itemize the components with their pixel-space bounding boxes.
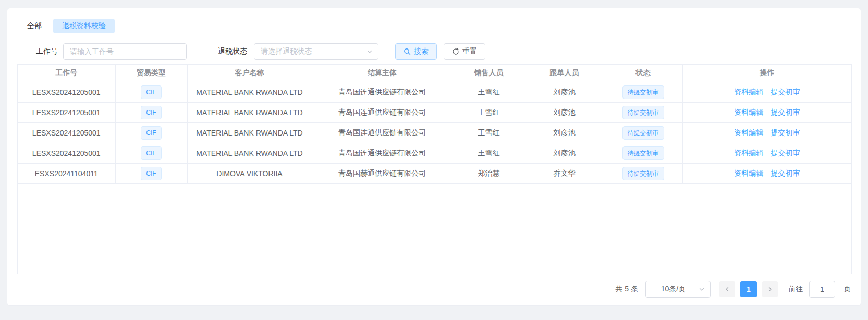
column-header: 工作号 [18, 65, 115, 82]
content-panel: 全部 退税资料校验 工作号 退税状态 请选择退税状态 搜索 重置 [7, 8, 861, 306]
sales-person-cell: 王雪红 [453, 82, 525, 102]
column-header: 客户名称 [187, 65, 312, 82]
prev-page-button[interactable] [719, 281, 735, 297]
filter-bar: 工作号 退税状态 请选择退税状态 搜索 重置 [36, 43, 485, 60]
edit-data-link[interactable]: 资料编辑 [734, 169, 763, 177]
status-cell: 待提交初审 [604, 82, 682, 102]
refund-status-label: 退税状态 [218, 47, 247, 56]
refund-status-select[interactable]: 请选择退税状态 [254, 43, 378, 60]
job-number-cell: LESXS20241205001 [18, 82, 115, 102]
trade-type-cell: CIF [115, 163, 187, 183]
edit-data-link[interactable]: 资料编辑 [734, 128, 763, 137]
settlement-entity-cell: 青岛国连通供应链有限公司 [312, 122, 453, 143]
edit-data-link[interactable]: 资料编辑 [734, 88, 763, 96]
edit-data-link[interactable]: 资料编辑 [734, 149, 763, 157]
column-header: 贸易类型 [115, 65, 187, 82]
edit-data-link[interactable]: 资料编辑 [734, 108, 763, 116]
job-number-input[interactable] [63, 43, 187, 60]
submit-review-link[interactable]: 提交初审 [771, 149, 800, 157]
chevron-down-icon [699, 286, 705, 292]
follow-up-person-cell: 刘彦池 [525, 143, 604, 163]
status-cell: 待提交初审 [604, 163, 682, 183]
status-badge: 待提交初审 [622, 126, 664, 140]
table-header-row: 工作号贸易类型客户名称结算主体销售人员跟单人员状态操作 [18, 65, 851, 82]
submit-review-link[interactable]: 提交初审 [771, 169, 800, 177]
settlement-entity-cell: 青岛国连通供应链有限公司 [312, 82, 453, 102]
page-size-select[interactable]: 10条/页 [645, 281, 711, 298]
pagination: 共 5 条 10条/页 1 前往 页 [615, 281, 851, 298]
submit-review-link[interactable]: 提交初审 [771, 108, 800, 116]
chevron-down-icon [366, 48, 373, 55]
actions-cell: 资料编辑提交初审 [682, 163, 851, 183]
follow-up-person-cell: 乔文华 [525, 163, 604, 183]
trade-type-tag: CIF [141, 106, 161, 119]
actions-cell: 资料编辑提交初审 [682, 122, 851, 143]
column-header: 操作 [682, 65, 851, 82]
column-header: 销售人员 [453, 65, 525, 82]
job-number-cell: LESXS20241205001 [18, 122, 115, 143]
chevron-left-icon [724, 286, 730, 292]
column-header: 跟单人员 [525, 65, 604, 82]
trade-type-tag: CIF [141, 126, 161, 140]
goto-page-input[interactable] [809, 281, 835, 298]
sales-person-cell: 王雪红 [453, 102, 525, 122]
tab-refund-data-check[interactable]: 退税资料校验 [53, 19, 115, 33]
page-suffix-label: 页 [843, 285, 851, 294]
status-badge: 待提交初审 [622, 106, 664, 119]
table-row: LESXS20241205001CIFMATERIAL BANK RWANDA … [18, 143, 851, 163]
job-number-cell: LESXS20241205001 [18, 143, 115, 163]
trade-type-cell: CIF [115, 82, 187, 102]
actions-cell: 资料编辑提交初审 [682, 102, 851, 122]
tab-bar: 全部 退税资料校验 [24, 19, 115, 33]
trade-type-cell: CIF [115, 102, 187, 122]
trade-type-tag: CIF [141, 167, 161, 180]
settlement-entity-cell: 青岛国连通供应链有限公司 [312, 143, 453, 163]
status-cell: 待提交初审 [604, 143, 682, 163]
follow-up-person-cell: 刘彦池 [525, 82, 604, 102]
submit-review-link[interactable]: 提交初审 [771, 128, 800, 137]
follow-up-person-cell: 刘彦池 [525, 122, 604, 143]
follow-up-person-cell: 刘彦池 [525, 102, 604, 122]
refund-status-placeholder: 请选择退税状态 [261, 47, 362, 56]
page-size-value: 10条/页 [661, 285, 686, 294]
search-button[interactable]: 搜索 [395, 43, 437, 60]
customer-name-cell: MATERIAL BANK RWANDA LTD [187, 122, 312, 143]
table-row: LESXS20241205001CIFMATERIAL BANK RWANDA … [18, 102, 851, 122]
goto-page-label: 前往 [788, 285, 803, 294]
actions-cell: 资料编辑提交初审 [682, 82, 851, 102]
settlement-entity-cell: 青岛国赫通供应链有限公司 [312, 163, 453, 183]
column-header: 结算主体 [312, 65, 453, 82]
reset-button[interactable]: 重置 [444, 43, 485, 60]
customer-name-cell: MATERIAL BANK RWANDA LTD [187, 102, 312, 122]
table-row: ESXS20241104011CIFDIMOVA VIKTORIIA青岛国赫通供… [18, 163, 851, 183]
actions-cell: 资料编辑提交初审 [682, 143, 851, 163]
trade-type-cell: CIF [115, 143, 187, 163]
sales-person-cell: 王雪红 [453, 122, 525, 143]
customer-name-cell: DIMOVA VIKTORIIA [187, 163, 312, 183]
job-number-cell: ESXS20241104011 [18, 163, 115, 183]
settlement-entity-cell: 青岛国连通供应链有限公司 [312, 102, 453, 122]
column-header: 状态 [604, 65, 682, 82]
status-cell: 待提交初审 [604, 122, 682, 143]
status-badge: 待提交初审 [622, 146, 664, 160]
search-button-label: 搜索 [414, 47, 429, 56]
trade-type-tag: CIF [141, 146, 161, 160]
status-badge: 待提交初审 [622, 167, 664, 180]
submit-review-link[interactable]: 提交初审 [771, 88, 800, 96]
chevron-right-icon [767, 286, 773, 292]
data-table: 工作号贸易类型客户名称结算主体销售人员跟单人员状态操作 LESXS2024120… [17, 64, 852, 274]
job-number-cell: LESXS20241205001 [18, 102, 115, 122]
sales-person-cell: 王雪红 [453, 143, 525, 163]
status-badge: 待提交初审 [622, 85, 664, 99]
trade-type-tag: CIF [141, 85, 161, 99]
customer-name-cell: MATERIAL BANK RWANDA LTD [187, 143, 312, 163]
table-row: LESXS20241205001CIFMATERIAL BANK RWANDA … [18, 82, 851, 102]
job-number-label: 工作号 [36, 47, 58, 56]
status-cell: 待提交初审 [604, 102, 682, 122]
page-number-button[interactable]: 1 [740, 281, 757, 297]
tab-all[interactable]: 全部 [24, 21, 45, 31]
total-count-label: 共 5 条 [615, 285, 638, 294]
next-page-button[interactable] [762, 281, 778, 297]
sales-person-cell: 郑治慧 [453, 163, 525, 183]
reset-button-label: 重置 [462, 47, 477, 56]
